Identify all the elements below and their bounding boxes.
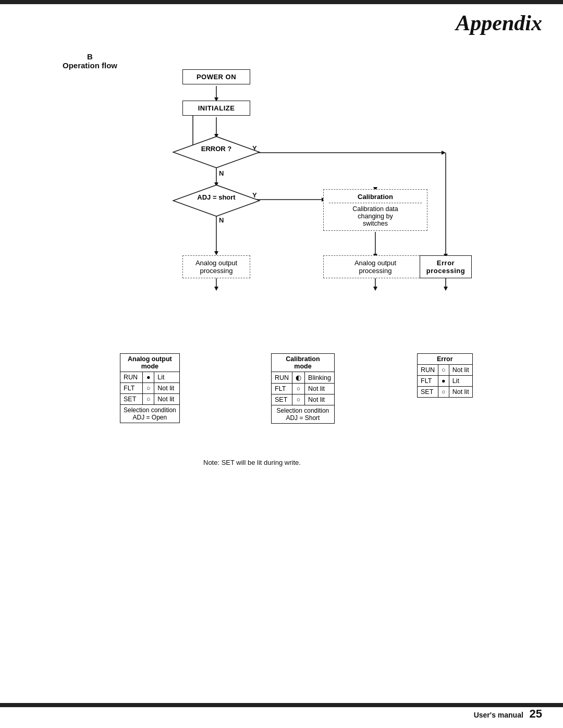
run-icon: ● [143,372,154,383]
analog-mode-title: Analog outputmode [120,354,180,372]
flt-status: Not lit [154,383,179,394]
condition-label: Selection conditionADJ = Open [120,405,180,423]
footer-bar [0,703,563,707]
table-row: Selection conditionADJ = Open [120,405,180,423]
flt-status: Lit [449,376,472,387]
svg-marker-11 [214,251,218,255]
table-row: RUN ○ Not lit [418,365,473,376]
set-label: SET [272,394,292,405]
calibration-box: Calibration Calibration datachanging bys… [323,189,427,231]
adj-diamond: ADJ = short [172,184,261,218]
analog-output-mode-table: Analog outputmode RUN ● Lit FLT ○ Not li… [120,353,180,423]
analog-output-center-box: Analog outputprocessing [323,255,427,278]
set-label: SET [120,394,143,405]
calibration-data-label: Calibration datachanging byswitches [329,203,422,227]
note-text: Note: SET will be lit during write. [203,459,301,466]
set-icon: ○ [143,394,154,405]
error-n-label: N [219,169,224,177]
calibration-label: Calibration [329,193,422,201]
error-mode-table: Error RUN ○ Not lit FLT ● Lit SET ○ Not … [417,353,473,398]
run-icon: ◐ [292,372,305,384]
footer-page: 25 [530,707,542,720]
run-icon: ○ [438,365,449,376]
section-label: B Operation flow [63,52,117,70]
power-on-box: POWER ON [182,69,250,84]
flt-label: FLT [120,383,143,394]
initialize-box: INITIALIZE [182,101,250,116]
svg-marker-20 [214,287,218,291]
svg-marker-24 [444,287,448,291]
error-diamond: ERROR ? [172,135,261,169]
analog-output-left-box: Analog outputprocessing [182,255,250,278]
adj-n-label: N [219,216,224,224]
flt-status: Not lit [305,384,335,394]
svg-marker-22 [373,287,377,291]
flt-label: FLT [272,384,292,394]
table-row: FLT ○ Not lit [120,383,180,394]
condition-label: Selection conditionADJ = Short [272,405,335,424]
page-title: Appendix [456,10,542,35]
set-status: Not lit [305,394,335,405]
run-status: Lit [154,372,179,383]
svg-marker-27 [173,137,260,168]
error-mode-title: Error [418,354,473,365]
footer-text: User's manual 25 [474,707,542,721]
error-y-label: Y [252,144,257,152]
set-icon: ○ [292,394,305,405]
table-row: RUN ● Lit [120,372,180,383]
table-row: Selection conditionADJ = Short [272,405,335,424]
section-title: Operation flow [63,61,117,70]
run-status: Blinking [305,372,335,384]
flt-icon: ○ [292,384,305,394]
table-row: SET ○ Not lit [120,394,180,405]
table-row: SET ○ Not lit [272,394,335,405]
error-processing-box: Errorprocessing [420,255,472,278]
table-row: FLT ○ Not lit [272,384,335,394]
run-status: Not lit [449,365,472,376]
set-label: SET [418,387,438,398]
flt-icon: ○ [143,383,154,394]
header-bar [0,0,563,4]
run-label: RUN [418,365,438,376]
flt-label: FLT [418,376,438,387]
section-letter: B [63,52,117,61]
table-row: FLT ● Lit [418,376,473,387]
svg-marker-28 [173,185,260,216]
run-label: RUN [272,372,292,384]
set-icon: ○ [438,387,449,398]
footer-label: User's manual [474,711,523,719]
set-status: Not lit [154,394,179,405]
table-row: SET ○ Not lit [418,387,473,398]
calibration-mode-table: Calibrationmode RUN ◐ Blinking FLT ○ Not… [271,353,335,424]
flt-icon: ● [438,376,449,387]
set-status: Not lit [449,387,472,398]
run-label: RUN [120,372,143,383]
adj-y-label: Y [252,191,257,199]
table-row: RUN ◐ Blinking [272,372,335,384]
svg-marker-5 [442,151,446,155]
calibration-mode-title: Calibrationmode [272,354,335,372]
